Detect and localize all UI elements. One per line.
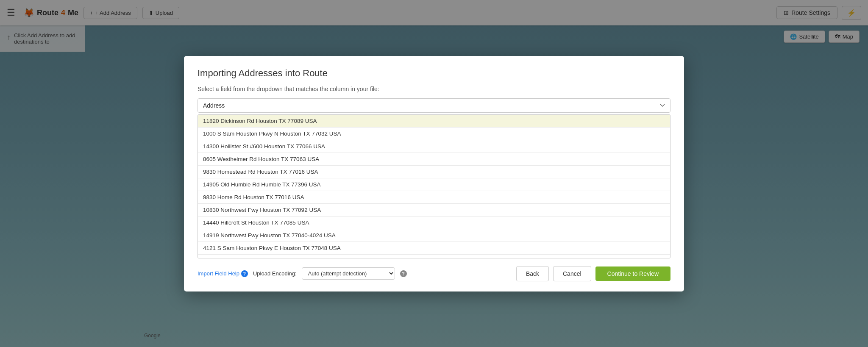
encoding-label: Upload Encoding:	[253, 270, 297, 277]
field-dropdown[interactable]: Address City State ZIP Country Name Phon…	[198, 98, 670, 113]
address-item[interactable]: 14440 Hillcroft St Houston TX 77085 USA	[198, 217, 670, 229]
modal-subtitle: Select a field from the dropdown that ma…	[198, 86, 670, 92]
address-item[interactable]: 10830 Northwest Fwy Houston TX 77092 USA	[198, 204, 670, 217]
address-item[interactable]: 14919 Northwest Fwy Houston TX 77040-402…	[198, 229, 670, 242]
address-item[interactable]: 14300 Hollister St #600 Houston TX 77066…	[198, 140, 670, 153]
import-help-label: Import Field Help	[198, 270, 239, 277]
address-item[interactable]: 4121 S Sam Houston Pkwy E Houston TX 770…	[198, 242, 670, 255]
address-list: 11820 Dickinson Rd Houston TX 77089 USA1…	[198, 115, 670, 258]
address-item[interactable]: 9830 Home Rd Houston TX 77016 USA	[198, 191, 670, 204]
address-item[interactable]: 1000 S Sam Houston Pkwy N Houston TX 770…	[198, 128, 670, 140]
import-modal: Importing Addresses into Route Select a …	[184, 56, 684, 291]
address-item[interactable]: 2915 N Main St Houston TX 77009 USA	[198, 255, 670, 258]
address-item[interactable]: 14905 Old Humble Rd Humble TX 77396 USA	[198, 178, 670, 191]
encoding-select[interactable]: Auto (attempt detection) UTF-8 UTF-16 IS…	[302, 267, 395, 280]
help-icon: ?	[241, 270, 248, 277]
cancel-button[interactable]: Cancel	[553, 266, 591, 281]
address-item[interactable]: 8605 Westheimer Rd Houston TX 77063 USA	[198, 153, 670, 166]
continue-button[interactable]: Continue to Review	[595, 266, 670, 281]
footer-buttons: Back Cancel Continue to Review	[516, 266, 670, 281]
back-button[interactable]: Back	[516, 266, 549, 281]
address-list-container: 11820 Dickinson Rd Houston TX 77089 USA1…	[198, 114, 670, 258]
import-help-link[interactable]: Import Field Help ?	[198, 270, 248, 277]
modal-overlay: Importing Addresses into Route Select a …	[0, 0, 868, 347]
modal-title: Importing Addresses into Route	[198, 68, 670, 79]
modal-footer: Import Field Help ? Upload Encoding: Aut…	[198, 266, 670, 281]
address-item[interactable]: 9830 Homestead Rd Houston TX 77016 USA	[198, 166, 670, 178]
address-item[interactable]: 11820 Dickinson Rd Houston TX 77089 USA	[198, 115, 670, 128]
encoding-help-icon[interactable]: ?	[400, 270, 407, 277]
